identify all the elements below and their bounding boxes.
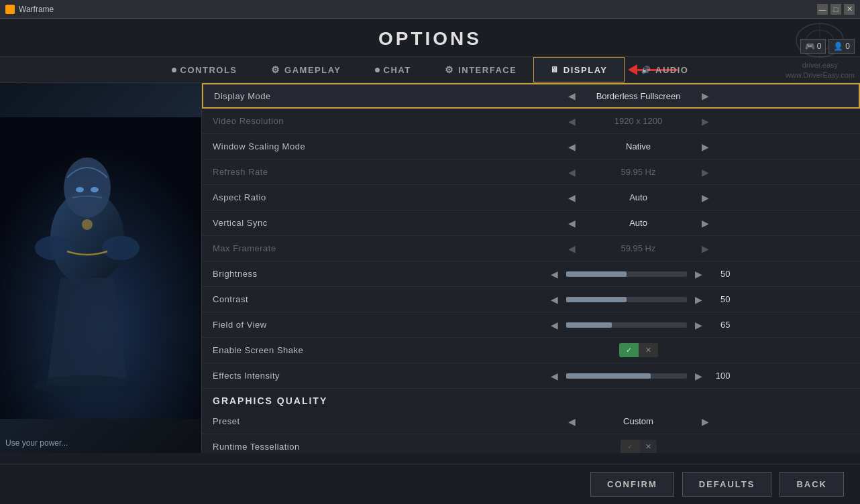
brightness-fill [566, 271, 627, 277]
tab-controls[interactable]: CONTROLS [155, 57, 254, 82]
brightness-slider[interactable] [566, 271, 687, 277]
tab-interface-label: INTERFACE [458, 65, 517, 75]
window-scaling-prev[interactable]: ◀ [564, 140, 580, 153]
setting-preset[interactable]: Preset ◀ Custom ▶ [202, 409, 860, 434]
fov-slider[interactable] [566, 322, 687, 328]
setting-display-mode[interactable]: Display Mode ◀ Borderless Fullscreen ▶ [202, 83, 860, 109]
setting-value-display-mode: Borderless Fullscreen [585, 91, 692, 101]
refresh-rate-next: ▶ [698, 166, 713, 179]
audio-icon: 🔊 [641, 66, 652, 74]
tab-audio[interactable]: 🔊 AUDIO [625, 57, 706, 82]
setting-effects-intensity[interactable]: Effects Intensity ◀ ▶ 100 [202, 363, 860, 389]
setting-control-aspect-ratio: ◀ Auto ▶ [427, 191, 849, 204]
setting-label-contrast: Contrast [213, 294, 427, 304]
tab-display-label: DISPLAY [563, 65, 608, 75]
fov-decrease[interactable]: ◀ [547, 318, 562, 332]
minimize-button[interactable]: — [817, 4, 828, 15]
effects-intensity-decrease[interactable]: ◀ [547, 369, 562, 383]
maximize-button[interactable]: □ [830, 4, 841, 15]
runtime-tess-off[interactable]: ✕ [640, 440, 657, 453]
gear-icon-gameplay: ⚙ [271, 64, 281, 75]
preset-prev[interactable]: ◀ [564, 415, 580, 428]
effects-intensity-slider[interactable] [566, 373, 687, 379]
vertical-sync-prev[interactable]: ◀ [564, 216, 580, 230]
setting-vertical-sync[interactable]: Vertical Sync ◀ Auto ▶ [202, 210, 860, 236]
refresh-rate-prev: ◀ [564, 166, 580, 179]
close-button[interactable]: ✕ [844, 4, 855, 15]
setting-label-display-mode: Display Mode [214, 91, 429, 101]
setting-label-max-framerate: Max Framerate [213, 243, 427, 253]
setting-value-video-resolution: 1920 x 1200 [585, 116, 692, 126]
fov-increase[interactable]: ▶ [691, 318, 706, 332]
contrast-decrease[interactable]: ◀ [547, 293, 562, 306]
tab-controls-label: CONTROLS [180, 65, 237, 75]
character-image: Use your power... [0, 83, 201, 453]
hud-icon-2-symbol: 👤 [833, 42, 843, 51]
setting-brightness[interactable]: Brightness ◀ ▶ 50 [202, 261, 860, 287]
tab-gameplay-label: GAMEPLAY [284, 65, 341, 75]
setting-control-screen-shake: ✓ ✕ [427, 343, 849, 357]
vertical-sync-next[interactable]: ▶ [698, 216, 713, 230]
tab-audio-label: AUDIO [655, 65, 688, 75]
bottom-bar: CONFIRM DEFAULTS BACK [0, 464, 860, 504]
aspect-ratio-prev[interactable]: ◀ [564, 191, 580, 204]
confirm-button[interactable]: CONFIRM [590, 472, 674, 497]
setting-aspect-ratio[interactable]: Aspect Ratio ◀ Auto ▶ [202, 185, 860, 210]
preset-next[interactable]: ▶ [698, 415, 713, 428]
svg-point-6 [64, 158, 111, 218]
setting-value-vertical-sync: Auto [585, 218, 692, 228]
svg-point-9 [82, 219, 93, 230]
monitor-icon-display: 🖥 [550, 65, 559, 74]
contrast-slider[interactable] [566, 297, 687, 302]
tab-interface[interactable]: ⚙ INTERFACE [428, 57, 534, 82]
screen-shake-toggle[interactable]: ✓ ✕ [619, 343, 658, 357]
setting-label-effects-intensity: Effects Intensity [213, 371, 427, 381]
window-scaling-next[interactable]: ▶ [698, 140, 713, 153]
svg-point-7 [35, 236, 72, 260]
setting-screen-shake[interactable]: Enable Screen Shake ✓ ✕ [202, 338, 860, 363]
effects-intensity-fill [566, 373, 651, 379]
runtime-tess-toggle[interactable]: ✓ ✕ [621, 440, 657, 453]
tab-chat[interactable]: CHAT [358, 57, 428, 82]
setting-value-max-framerate: 59.95 Hz [585, 243, 692, 253]
screen-shake-off[interactable]: ✕ [639, 343, 658, 357]
runtime-tess-on[interactable]: ✓ [621, 440, 640, 453]
setting-label-runtime-tess: Runtime Tessellation [213, 442, 427, 452]
defaults-button[interactable]: DEFAULTS [682, 472, 772, 497]
hud-icons: 🎮 0 👤 0 [800, 39, 855, 54]
setting-contrast[interactable]: Contrast ◀ ▶ 50 [202, 287, 860, 312]
back-button[interactable]: BACK [780, 472, 844, 497]
aspect-ratio-next[interactable]: ▶ [698, 191, 713, 204]
setting-label-preset: Preset [213, 416, 427, 426]
tab-gameplay[interactable]: ⚙ GAMEPLAY [254, 57, 358, 82]
brightness-decrease[interactable]: ◀ [547, 267, 562, 281]
display-mode-prev[interactable]: ◀ [564, 89, 580, 103]
watermark-url: driver.easywww.DriverEasy.com [786, 60, 855, 81]
setting-runtime-tess[interactable]: Runtime Tessellation ✓ ✕ [202, 434, 860, 453]
settings-panel[interactable]: Display Mode ◀ Borderless Fullscreen ▶ V… [201, 83, 860, 453]
setting-control-display-mode: ◀ Borderless Fullscreen ▶ [429, 89, 848, 103]
setting-label-fov: Field of View [213, 320, 427, 330]
title-bar: Warframe — □ ✕ [0, 0, 860, 19]
svg-point-8 [102, 236, 140, 260]
hud-count-1: 0 [817, 42, 822, 51]
setting-control-runtime-tess: ✓ ✕ [427, 440, 849, 453]
contrast-increase[interactable]: ▶ [691, 293, 706, 306]
app-icon [5, 5, 15, 14]
setting-control-max-framerate: ◀ 59.95 Hz ▶ [427, 242, 849, 255]
tab-display[interactable]: 🖥 DISPLAY [533, 57, 624, 82]
setting-fov[interactable]: Field of View ◀ ▶ 65 [202, 312, 860, 338]
gear-icon-interface: ⚙ [445, 64, 455, 75]
setting-window-scaling[interactable]: Window Scaling Mode ◀ Native ▶ [202, 134, 860, 160]
contrast-fill [566, 297, 627, 302]
video-res-next: ▶ [698, 115, 713, 128]
screen-shake-on[interactable]: ✓ [619, 343, 639, 357]
video-res-prev: ◀ [564, 115, 580, 128]
display-mode-next[interactable]: ▶ [698, 89, 713, 103]
tab-chat-icon [375, 68, 380, 72]
setting-label-vertical-sync: Vertical Sync [213, 218, 427, 228]
effects-intensity-increase[interactable]: ▶ [691, 369, 706, 383]
setting-value-window-scaling: Native [585, 141, 692, 151]
brightness-increase[interactable]: ▶ [691, 267, 706, 281]
svg-point-12 [91, 187, 99, 192]
